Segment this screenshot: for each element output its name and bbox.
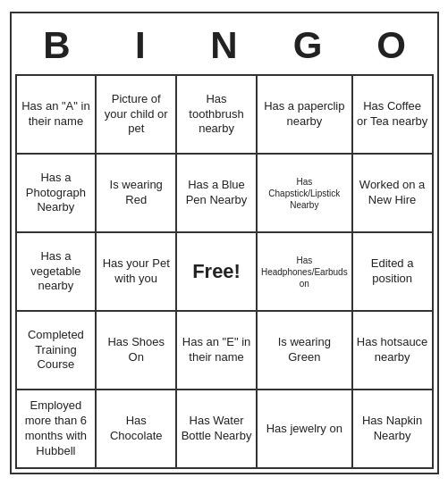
free-space: Free! (177, 233, 258, 312)
bingo-cell-6: Is wearing Red (97, 155, 177, 233)
bingo-cell-14: Edited a position (353, 233, 434, 312)
bingo-cell-8: Has Chapstick/Lipstick Nearby (258, 155, 353, 233)
bingo-cell-11: Has your Pet with you (97, 233, 177, 312)
bingo-cell-20: Employed more than 6 months with Hubbell (17, 390, 97, 469)
header-letter-g: G (268, 24, 347, 67)
bingo-cell-3: Has a paperclip nearby (258, 76, 353, 155)
header-letter-i: I (101, 24, 180, 67)
bingo-grid: Has an "A" in their namePicture of your … (15, 74, 434, 469)
bingo-cell-18: Is wearing Green (258, 312, 353, 390)
header-letter-n: N (184, 24, 263, 67)
bingo-cell-2: Has toothbrush nearby (177, 76, 258, 155)
bingo-cell-7: Has a Blue Pen Nearby (177, 155, 258, 233)
bingo-cell-21: Has Chocolate (97, 390, 177, 469)
header-letter-o: O (352, 24, 431, 67)
bingo-cell-16: Has Shoes On (97, 312, 177, 390)
bingo-cell-13: Has Headphones/Earbuds on (258, 233, 353, 312)
bingo-cell-1: Picture of your child or pet (97, 76, 177, 155)
bingo-card: BINGO Has an "A" in their namePicture of… (10, 12, 439, 474)
bingo-cell-17: Has an "E" in their name (177, 312, 258, 390)
bingo-cell-24: Has Napkin Nearby (353, 390, 434, 469)
bingo-cell-15: Completed Training Course (17, 312, 97, 390)
bingo-cell-23: Has jewelry on (258, 390, 353, 469)
header-letter-b: B (17, 24, 96, 67)
bingo-cell-9: Worked on a New Hire (353, 155, 434, 233)
bingo-cell-4: Has Coffee or Tea nearby (353, 76, 434, 155)
bingo-cell-5: Has a Photograph Nearby (17, 155, 97, 233)
bingo-cell-0: Has an "A" in their name (17, 76, 97, 155)
bingo-header: BINGO (15, 17, 434, 74)
bingo-cell-22: Has Water Bottle Nearby (177, 390, 258, 469)
bingo-cell-19: Has hotsauce nearby (353, 312, 434, 390)
bingo-cell-10: Has a vegetable nearby (17, 233, 97, 312)
